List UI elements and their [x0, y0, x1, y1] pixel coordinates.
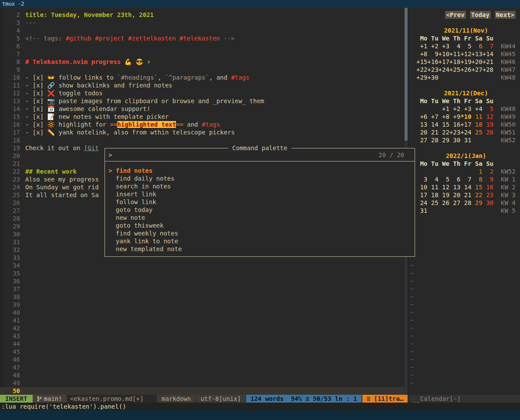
line-number: 5: [0, 34, 20, 42]
line-number: 22: [0, 168, 20, 175]
editor-line: 48: [0, 371, 405, 379]
line-number: 46: [0, 356, 20, 363]
line-number: 23: [0, 175, 20, 183]
line-number: 18: [0, 136, 20, 144]
line-number: 33: [0, 254, 20, 262]
calendar-months: 2021/11(Nov) Mo Tu We Th Fr Sa Su +1 +2 …: [416, 19, 520, 215]
editor-line: 39: [0, 301, 405, 309]
line-text: - [x] ❌ toggle todos: [25, 89, 103, 97]
palette-item[interactable]: goto thisweek: [105, 222, 415, 229]
editor-line: 44: [0, 340, 405, 348]
line-number: 19: [0, 144, 20, 152]
line-text: ## Recent work: [25, 168, 77, 175]
calendar-week-row[interactable]: +1 +2 +3 +4 5KW48: [416, 105, 516, 113]
palette-item[interactable]: new templated note: [105, 245, 415, 253]
line-number: 13: [0, 97, 20, 105]
statusline: INSERT main! <ekasten.promo.md[+] markdo…: [0, 395, 520, 403]
palette-item[interactable]: find weekly notes: [105, 229, 415, 237]
calendar-week-number: KW 3: [501, 192, 516, 198]
command-line[interactable]: :lua require('telekasten').panel(): [0, 403, 520, 410]
end-of-buffer-tilde: ~: [410, 379, 520, 387]
editor-line: 34: [0, 262, 405, 269]
editor-line: 50: [0, 387, 405, 395]
line-text: It all started on Sa: [25, 191, 99, 199]
calendar-week-row[interactable]: 13 14 15 16+17 18 19KW50: [416, 121, 516, 128]
calendar-prev-button[interactable]: <Prev: [445, 11, 466, 19]
calendar-blank-row: [416, 144, 516, 152]
editor-line: 41: [0, 316, 405, 324]
calendar-week-row[interactable]: 17 18 19 20 21 22 23KW 3: [416, 191, 516, 199]
palette-item[interactable]: yank link to note: [105, 237, 415, 245]
calendar-week-row[interactable]: 20 21 22+23+24 25 26KW51: [416, 128, 516, 136]
editor-line: 6: [0, 42, 405, 50]
calendar-month-title: 2021/12(Dec): [416, 89, 516, 97]
calendar-week-row[interactable]: 1 2KW52: [416, 168, 516, 175]
palette-item[interactable]: find daily notes: [105, 175, 415, 182]
palette-item[interactable]: search in notes: [105, 182, 415, 190]
calendar-week-row[interactable]: 31KW 5: [416, 207, 516, 215]
editor-line: 15- [x] 📝 new notes with template picker: [0, 113, 405, 121]
editor-line: 36: [0, 277, 405, 285]
end-of-buffer-tilde: ~: [410, 262, 520, 269]
calendar-week-number: KW49: [501, 113, 516, 120]
palette-item[interactable]: > find notes: [105, 167, 415, 175]
line-number: 41: [0, 316, 20, 324]
line-text: - [x] ✏️ yank notelink, also from wthin …: [25, 128, 235, 136]
end-of-buffer-tilde: ~: [410, 371, 520, 379]
line-number: 29: [0, 222, 20, 230]
calendar-pane[interactable]: <Prev Today Next> 2021/11(Nov) Mo Tu We …: [409, 8, 520, 395]
tmux-title: tmux -2: [2, 1, 24, 7]
calendar-month-title: 2021/11(Nov): [416, 27, 516, 34]
calendar-week-row[interactable]: +29+30KW48: [416, 74, 516, 81]
line-number: 17: [0, 128, 20, 136]
end-of-buffer-tilde: ~: [410, 309, 520, 316]
end-of-buffer-tilde: ~: [410, 340, 520, 348]
calendar-week-row[interactable]: 27 28 29 30 31KW52: [416, 136, 516, 144]
calendar-week-row[interactable]: +1 +2 +3 4 5 6 7KW44: [416, 42, 516, 50]
calendar-week-row[interactable]: 3 4 5 6 7 8 9KW 1: [416, 175, 516, 183]
line-number: 25: [0, 191, 20, 199]
buffer-indicator-segment: ≡ [11]tra…: [362, 395, 408, 403]
end-of-buffer-tilde: ~: [410, 269, 520, 277]
end-of-buffer-tilde: ~: [410, 348, 520, 356]
tmux-title-bar: tmux -2: [0, 0, 520, 8]
calendar-week-row[interactable]: 10 11 12 13 14 15 16KW 2: [416, 183, 516, 191]
palette-item[interactable]: insert link: [105, 190, 415, 198]
editor-line: 4: [0, 27, 405, 34]
calendar-next-button[interactable]: Next>: [495, 11, 516, 19]
command-palette-popup[interactable]: Command palette > 20 / 20 > find notes f…: [105, 148, 415, 257]
end-of-buffer-tilde: ~: [410, 324, 520, 332]
editor-line: 35: [0, 269, 405, 277]
encoding-segment: utf-8[unix]: [196, 395, 246, 403]
calendar-week-row[interactable]: +8 9+10+11+12+13+14KW45: [416, 50, 516, 58]
calendar-week-number: KW52: [501, 137, 516, 144]
editor-line: 18: [0, 136, 405, 144]
calendar-week-row[interactable]: +6 +7 +8 +9*10 11 12KW49: [416, 113, 516, 121]
line-number: 44: [0, 340, 20, 348]
calendar-blank-row: [416, 19, 516, 27]
line-number: 40: [0, 309, 20, 316]
scrollbar-thumb[interactable]: [405, 8, 408, 141]
prompt-caret-icon: >: [108, 151, 112, 158]
palette-item[interactable]: goto today: [105, 206, 415, 214]
command-palette-title: Command palette: [228, 144, 291, 152]
line-number: 37: [0, 285, 20, 293]
line-text: # Telekasten.nvim progress 💪 😎 ⚡: [25, 58, 151, 66]
line-text: title: Tuesday, November 23th, 2021: [25, 11, 154, 19]
calendar-week-row[interactable]: +15+16+17+18+19+20+21KW46: [416, 58, 516, 66]
git-branch-icon: [37, 396, 42, 402]
calendar-blank-row: [416, 81, 516, 89]
palette-item[interactable]: follow link: [105, 198, 415, 206]
line-text: Also see my progress: [25, 175, 99, 183]
line-text: - [x] 📝 new notes with template picker: [25, 113, 169, 121]
calendar-nav: <Prev Today Next>: [416, 11, 516, 19]
line-number: 24: [0, 183, 20, 191]
editor-line: 11- [x] 🔗 show backlinks and friend note…: [0, 81, 405, 89]
calendar-today-button[interactable]: Today: [470, 11, 491, 19]
palette-item[interactable]: new note: [105, 214, 415, 222]
calendar-week-row[interactable]: 24 25 26 27 28 29 30KW 4: [416, 199, 516, 207]
calendar-week-row[interactable]: +22+23+24+25+26+27+28KW47: [416, 66, 516, 74]
editor-line: 40: [0, 309, 405, 316]
editor-line: 3---: [0, 19, 405, 27]
calendar-week-number: KW 4: [501, 199, 516, 206]
